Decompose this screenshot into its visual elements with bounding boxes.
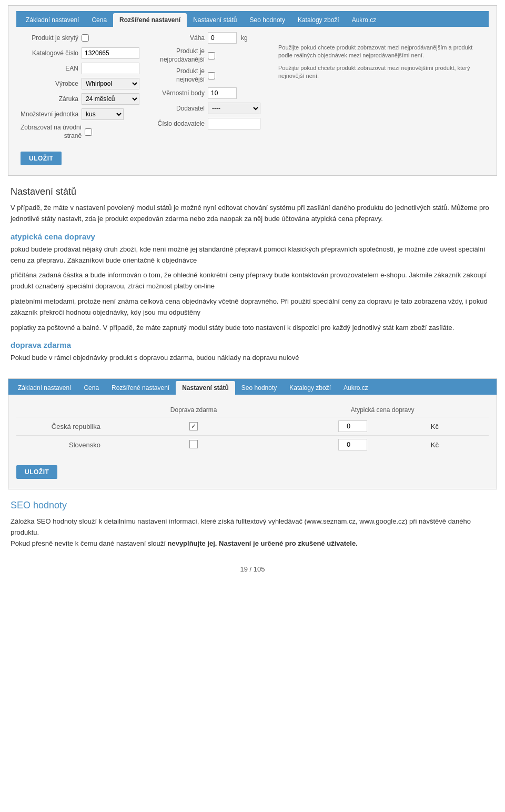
tab-seo-hodnoty-1[interactable]: Seo hodnoty [244,13,291,27]
produkt-skryty-label: Produkt je skrytý [21,34,78,42]
tab-zakladni-nastaveni-2[interactable]: Základní nastavení [12,381,77,395]
seo-para2: Pokud přesně nevíte k čemu dané nastaven… [11,538,494,549]
section1-para1: V případě, že máte v nastavení povolený … [11,203,494,225]
zaruka-label: Záruka [21,95,78,103]
mnozstevni-jednotka-select[interactable]: kus [82,108,124,120]
atypicka-cena-slovensko-input-cell [276,436,428,454]
tab-seo-hodnoty-2[interactable]: Seo hodnoty [235,381,283,395]
tab-rozsirene-nastaveni-1[interactable]: Rozšířené nastavení [113,13,187,27]
currency-ceska-republika: Kč [429,417,489,436]
seo-para2-normal: Pokud přesně nevíte k čemu dané nastaven… [11,539,166,547]
col-header-doprava-zdarma: Doprava zdarma [111,403,276,417]
vyrobce-select[interactable]: Whirlpool [82,78,139,89]
page-number: 19 / 105 [240,565,265,573]
page-footer: 19 / 105 [0,555,505,578]
cislo-dodavatele-label: Číslo dodavatele [155,120,205,127]
atypicka-cena-ceska-republika-input-cell [276,417,428,436]
vaha-unit: kg [241,34,248,42]
vernostni-body-input[interactable] [208,87,237,99]
produkt-skryty-checkbox[interactable] [82,34,89,42]
checkbox-checked-icon[interactable]: ✓ [189,422,198,430]
form-row-dodavatel: Dodavatel ---- [155,103,270,114]
zobrazovat-label: Zobrazovat na úvodní straně [21,124,82,140]
doprava-zdarma-slovensko[interactable] [111,436,276,454]
section1-sub1-para2: přičítána zadaná částka a bude informová… [11,270,494,292]
katalogove-cislo-label: Katalogové číslo [21,49,78,57]
nejnovejsi-checkbox[interactable] [208,72,215,79]
atypicka-cena-slovensko-input[interactable] [338,439,367,450]
form-row-cislo-dodavatele: Číslo dodavatele [155,118,270,129]
section-title-nastaveni-statu: Nastavení států [11,186,494,197]
form-row-nejnovejsi: Produkt jenejnovější [155,67,270,84]
tab-aukro-2[interactable]: Aukro.cz [337,381,375,395]
nejnovejsi-label: Produkt jenejnovější [155,67,205,84]
form-row-nejprodavanejsi: Produkt jenejprodávanější [155,47,270,64]
atypicka-cena-ceska-republika-input[interactable] [338,420,367,432]
country-slovensko: Slovensko [16,436,111,454]
vaha-input[interactable] [208,32,237,44]
tab-bar-2: Základní nastavení Cena Rozšířené nastav… [8,379,497,395]
katalogove-cislo-input[interactable] [82,47,139,59]
ean-label: EAN [21,65,78,72]
vernostni-body-label: Věrnostní body [155,89,205,97]
nejprodavanejsi-checkbox[interactable] [208,52,215,59]
col3-note-1: Použijte pokud chcete produkt zobrazovat… [278,44,484,60]
tab-bar-1: Základní nastavení Cena Rozšířené nastav… [16,11,489,27]
zobrazovat-checkbox[interactable] [85,128,92,136]
mnozstevni-jednotka-label: Množstevní jednotka [21,111,78,118]
form-row-vernostni-body: Věrnostní body [155,87,270,99]
tab-nastaveni-statu-2[interactable]: Nastavení států [176,381,235,395]
tab-rozsirene-nastaveni-2[interactable]: Rozšířené nastavení [105,381,176,395]
tab-katalogy-zbozi-2[interactable]: Katalogy zboží [283,381,337,395]
country-ceska-republika: Česká republika [16,417,111,436]
form-row-mnozstevni-jednotka: Množstevní jednotka kus [21,108,147,120]
save-button-container-1: ULOŽIT [16,144,489,167]
form-col-3-notes: Použijte pokud chcete produkt zobrazovat… [278,32,484,85]
form-row-zobrazovat: Zobrazovat na úvodní straně [21,124,147,140]
panel-1: Základní nastavení Cena Rozšířené nastav… [8,5,497,176]
save-button-1[interactable]: ULOŽIT [21,152,62,165]
states-table-container: Doprava zdarma Atypická cena dopravy Čes… [8,395,497,458]
section1-sub1-para3: platebními metodami, protože není známa … [11,296,494,318]
checkbox-unchecked-icon[interactable] [189,440,198,448]
section-nastaveni-statu: Nastavení států V případě, že máte v nas… [0,181,505,373]
col3-note-2: Použijte pokud chcete produkt zobrazovat… [278,64,484,81]
col-header-country [16,403,111,417]
tab-zakladni-nastaveni-1[interactable]: Základní nastavení [19,13,85,27]
nejprodavanejsi-label: Produkt jenejprodávanější [155,47,205,64]
tab-cena-1[interactable]: Cena [85,13,113,27]
panel-2: Základní nastavení Cena Rozšířené nastav… [8,378,497,489]
cislo-dodavatele-input[interactable] [208,118,260,129]
tab-katalogy-zbozi-1[interactable]: Katalogy zboží [291,13,346,27]
seo-section-title: SEO hodnoty [11,500,494,511]
form-row-katalogove-cislo: Katalogové číslo [21,47,147,59]
section1-sub2-para1: Pokud bude v rámci objednávky produkt s … [11,353,494,364]
form-row-produkt-skryty: Produkt je skrytý [21,32,147,44]
save-button-2[interactable]: ULOŽIT [16,465,57,479]
tab-cena-2[interactable]: Cena [77,381,105,395]
form-row-zaruka: Záruka 24 měsíců [21,93,147,105]
form-row-ean: EAN [21,63,147,74]
seo-section: SEO hodnoty Záložka SEO hodnoty slouží k… [0,495,505,554]
vaha-label: Váha [155,34,205,42]
form-col-2: Váha kg Produkt jenejprodávanější Produk… [155,32,270,129]
dodavatel-select[interactable]: ---- [208,103,260,114]
dodavatel-label: Dodavatel [155,105,205,112]
tab-nastaveni-statu-1[interactable]: Nastavení států [187,13,243,27]
col-header-atypicka-cena: Atypická cena dopravy [276,403,489,417]
tab-aukro-1[interactable]: Aukro.cz [346,13,383,27]
save-button-container-2: ULOŽIT [8,458,497,481]
table-row-ceska-republika: Česká republika ✓ Kč [16,417,489,436]
seo-para2-bold: nevyplňujte jej. Nastavení je určené pro… [167,539,357,547]
form-row-vaha: Váha kg [155,32,270,44]
doprava-zdarma-ceska-republika[interactable]: ✓ [111,417,276,436]
zaruka-select[interactable]: 24 měsíců [82,93,139,105]
sub-title-doprava-zdarma: doprava zdarma [11,340,494,349]
vyrobce-label: Výrobce [21,80,78,87]
sub-title-atypicka-cena: atypická cena dopravy [11,232,494,241]
ean-input[interactable] [82,63,139,74]
form-col-1: Produkt je skrytý Katalogové číslo EAN V… [21,32,147,140]
table-row-slovensko: Slovensko Kč [16,436,489,454]
form-row-vyrobce: Výrobce Whirlpool [21,78,147,89]
section1-sub1-para4: poplatky za poštovné a balné. V případě,… [11,323,494,334]
